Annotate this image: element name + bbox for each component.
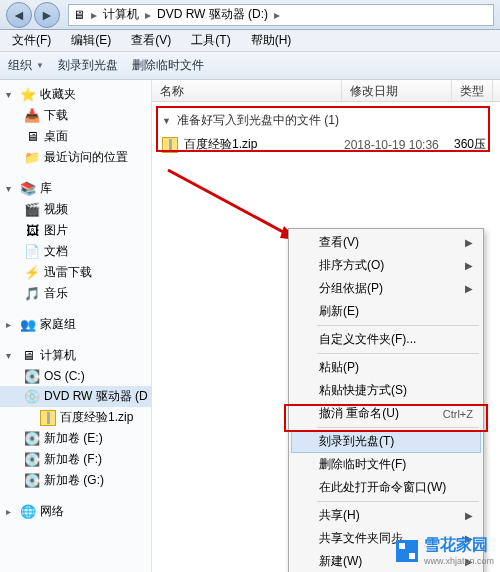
sidebar-homegroup[interactable]: ▸👥家庭组 [0, 314, 151, 335]
ctx-share[interactable]: 共享(H)▶ [291, 504, 481, 527]
video-icon: 🎬 [24, 202, 40, 218]
sidebar-videos[interactable]: 🎬视频 [0, 199, 151, 220]
document-icon: 📄 [24, 244, 40, 260]
chevron-right-icon: ▶ [465, 283, 473, 294]
zip-icon [40, 410, 56, 426]
breadcrumb-sep: ▸ [145, 8, 151, 22]
sidebar-network[interactable]: ▸🌐网络 [0, 501, 151, 522]
drive-icon: 💽 [24, 431, 40, 447]
titlebar: ◄ ► 🖥 ▸ 计算机 ▸ DVD RW 驱动器 (D:) ▸ [0, 0, 500, 30]
sidebar-desktop[interactable]: 🖥桌面 [0, 126, 151, 147]
music-icon: 🎵 [24, 286, 40, 302]
toolbar-organize[interactable]: 组织▼ [8, 57, 44, 74]
menu-edit[interactable]: 编辑(E) [63, 30, 119, 51]
computer-icon: 🖥 [20, 348, 36, 364]
forward-button[interactable]: ► [34, 2, 60, 28]
file-name-cell: 百度经验1.zip [162, 136, 344, 153]
file-date-cell: 2018-10-19 10:36 [344, 138, 454, 152]
star-icon: ⭐ [20, 87, 36, 103]
toolbar: 组织▼ 刻录到光盘 删除临时文件 [0, 52, 500, 80]
sidebar-file-zip[interactable]: 百度经验1.zip [0, 407, 151, 428]
ctx-paste[interactable]: 粘贴(P) [291, 356, 481, 379]
col-date[interactable]: 修改日期 [342, 80, 452, 101]
ctx-separator [317, 427, 479, 428]
chevron-down-icon: ▼ [162, 116, 171, 126]
sidebar-drive-c[interactable]: 💽OS (C:) [0, 366, 151, 386]
ctx-separator [317, 325, 479, 326]
breadcrumb-computer-icon: 🖥 [73, 8, 85, 22]
menu-tools[interactable]: 工具(T) [183, 30, 238, 51]
dvd-icon: 💿 [24, 389, 40, 405]
library-icon: 📚 [20, 181, 36, 197]
menu-view[interactable]: 查看(V) [123, 30, 179, 51]
sidebar-downloads[interactable]: 📥下载 [0, 105, 151, 126]
homegroup-icon: 👥 [20, 317, 36, 333]
ctx-group[interactable]: 分组依据(P)▶ [291, 277, 481, 300]
drive-icon: 💽 [24, 368, 40, 384]
chevron-right-icon: ▶ [465, 510, 473, 521]
zip-icon [162, 137, 178, 153]
sidebar-documents[interactable]: 📄文档 [0, 241, 151, 262]
toolbar-delete-temp[interactable]: 删除临时文件 [132, 57, 204, 74]
breadcrumb-sep: ▸ [91, 8, 97, 22]
sidebar-music[interactable]: 🎵音乐 [0, 283, 151, 304]
sidebar-favorites[interactable]: ▾⭐收藏夹 [0, 84, 151, 105]
sidebar-drive-dvd[interactable]: 💿DVD RW 驱动器 (D [0, 386, 151, 407]
menubar: 文件(F) 编辑(E) 查看(V) 工具(T) 帮助(H) [0, 30, 500, 52]
context-menu: 查看(V)▶ 排序方式(O)▶ 分组依据(P)▶ 刷新(E) 自定义文件夹(F)… [288, 228, 484, 572]
file-section-header[interactable]: ▼准备好写入到光盘中的文件 (1) [156, 108, 496, 133]
sidebar-libraries[interactable]: ▾📚库 [0, 178, 151, 199]
picture-icon: 🖼 [24, 223, 40, 239]
menu-help[interactable]: 帮助(H) [243, 30, 300, 51]
file-row[interactable]: 百度经验1.zip 2018-10-19 10:36 360压 [156, 133, 496, 156]
recent-icon: 📁 [24, 150, 40, 166]
ctx-view[interactable]: 查看(V)▶ [291, 231, 481, 254]
watermark-url: www.xhjaton.com [424, 556, 494, 566]
ctx-open-cmd[interactable]: 在此处打开命令窗口(W) [291, 476, 481, 499]
chevron-right-icon: ▶ [465, 260, 473, 271]
file-list: ▼准备好写入到光盘中的文件 (1) 百度经验1.zip 2018-10-19 1… [152, 102, 500, 162]
chevron-right-icon: ▶ [465, 237, 473, 248]
sidebar-thunder[interactable]: ⚡迅雷下载 [0, 262, 151, 283]
drive-icon: 💽 [24, 473, 40, 489]
watermark: 雪花家园 www.xhjaton.com [396, 535, 494, 566]
sidebar-drive-g[interactable]: 💽新加卷 (G:) [0, 470, 151, 491]
sidebar: ▾⭐收藏夹 📥下载 🖥桌面 📁最近访问的位置 ▾📚库 🎬视频 🖼图片 📄文档 ⚡… [0, 80, 152, 572]
ctx-paste-shortcut[interactable]: 粘贴快捷方式(S) [291, 379, 481, 402]
breadcrumb-sep: ▸ [274, 8, 280, 22]
thunder-icon: ⚡ [24, 265, 40, 281]
ctx-refresh[interactable]: 刷新(E) [291, 300, 481, 323]
sidebar-drive-e[interactable]: 💽新加卷 (E:) [0, 428, 151, 449]
ctx-customize[interactable]: 自定义文件夹(F)... [291, 328, 481, 351]
download-icon: 📥 [24, 108, 40, 124]
menu-file[interactable]: 文件(F) [4, 30, 59, 51]
ctx-sort[interactable]: 排序方式(O)▶ [291, 254, 481, 277]
ctx-undo[interactable]: 撤消 重命名(U)Ctrl+Z [291, 402, 481, 425]
column-headers: 名称 修改日期 类型 [152, 80, 500, 102]
drive-icon: 💽 [24, 452, 40, 468]
file-type-cell: 360压 [454, 136, 486, 153]
breadcrumb-seg2[interactable]: DVD RW 驱动器 (D:) [157, 6, 268, 23]
sidebar-computer[interactable]: ▾🖥计算机 [0, 345, 151, 366]
ctx-delete-temp[interactable]: 删除临时文件(F) [291, 453, 481, 476]
breadcrumb-seg1[interactable]: 计算机 [103, 6, 139, 23]
sidebar-drive-f[interactable]: 💽新加卷 (F:) [0, 449, 151, 470]
ctx-separator [317, 353, 479, 354]
sidebar-recent[interactable]: 📁最近访问的位置 [0, 147, 151, 168]
watermark-name: 雪花家园 [424, 536, 488, 553]
back-button[interactable]: ◄ [6, 2, 32, 28]
nav-buttons: ◄ ► [6, 2, 60, 28]
toolbar-burn[interactable]: 刻录到光盘 [58, 57, 118, 74]
sidebar-pictures[interactable]: 🖼图片 [0, 220, 151, 241]
ctx-separator [317, 501, 479, 502]
col-name[interactable]: 名称 [152, 80, 342, 101]
watermark-logo-icon [396, 540, 418, 562]
desktop-icon: 🖥 [24, 129, 40, 145]
network-icon: 🌐 [20, 504, 36, 520]
ctx-burn[interactable]: 刻录到光盘(T) [291, 430, 481, 453]
col-type[interactable]: 类型 [452, 80, 493, 101]
breadcrumb[interactable]: 🖥 ▸ 计算机 ▸ DVD RW 驱动器 (D:) ▸ [68, 4, 494, 26]
